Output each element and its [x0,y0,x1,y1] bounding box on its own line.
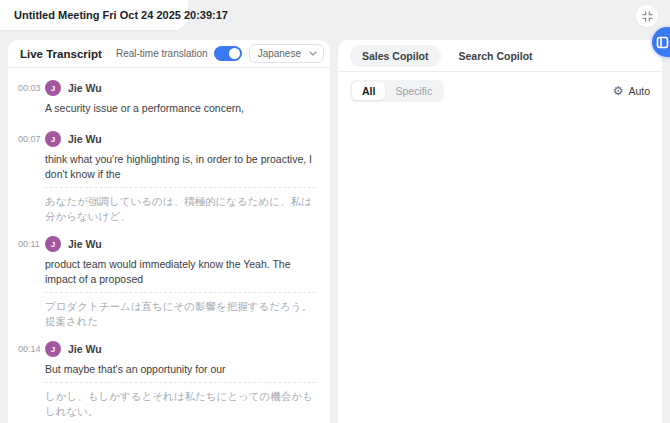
entry-text: A security issue or a performance concer… [45,101,316,116]
speaker-name: Jie Wu [68,343,102,355]
copilot-tabs: Sales Copilot Search Copilot [338,40,662,72]
transcript-entry: 00:07 J Jie Wu think what you're highlig… [18,131,316,226]
filter-all[interactable]: All [352,82,385,100]
chevron-down-icon [309,51,317,56]
scope-filter-group: All Specific [350,80,444,102]
meeting-title-tab: Untitled Meeting Fri Oct 24 2025 20:39:1… [0,0,188,30]
entry-translation: プロダクトチームは直ちにその影響を把握するだろう。提案された [45,292,316,329]
speaker-name: Jie Wu [68,82,102,94]
entry-translation: あなたが強調しているのは、積極的になるために、私は分からないけど、 [45,187,316,224]
language-selector[interactable]: Japanese [249,44,324,63]
collapse-window-button[interactable] [636,5,658,27]
entry-speaker-row: J Jie Wu [45,236,316,252]
toggle-knob [229,48,240,59]
auto-label: Auto [628,85,650,97]
live-transcript-panel: Live Transcript Real-time translation Ja… [8,40,330,423]
language-selected-value: Japanese [258,48,301,59]
transcript-header: Live Transcript Real-time translation Ja… [8,40,330,68]
gear-icon: ⚙ [613,85,624,97]
transcript-list[interactable]: 00:03 J Jie Wu A security issue or a per… [8,68,330,423]
entry-body: J Jie Wu But maybe that's an opportunity… [45,341,316,421]
auto-settings-button[interactable]: ⚙ Auto [613,85,650,97]
speaker-avatar: J [45,131,61,147]
entry-speaker-row: J Jie Wu [45,80,316,96]
entry-speaker-row: J Jie Wu [45,341,316,357]
entry-timestamp: 00:03 [18,80,45,121]
transcript-entry: 00:14 J Jie Wu But maybe that's an oppor… [18,341,316,421]
expand-icon [642,11,653,22]
entry-timestamp: 00:07 [18,131,45,226]
speaker-avatar: J [45,236,61,252]
tab-sales-copilot[interactable]: Sales Copilot [350,45,441,67]
entry-body: J Jie Wu product team would immediately … [45,236,316,331]
meeting-title: Untitled Meeting Fri Oct 24 2025 20:39:1… [14,9,228,21]
copilot-panel-icon [656,36,669,49]
copilot-filter-row: All Specific ⚙ Auto [338,72,662,110]
speaker-name: Jie Wu [68,133,102,145]
entry-body: J Jie Wu think what you're highlighting … [45,131,316,226]
copilot-panel: Sales Copilot Search Copilot All Specifi… [338,40,662,423]
entry-translation: しかし、もしかするとそれは私たちにとっての機会かもしれない。 [45,382,316,419]
filter-specific[interactable]: Specific [385,82,442,100]
transcript-entry: 00:03 J Jie Wu A security issue or a per… [18,80,316,121]
translation-toggle-label: Real-time translation [116,48,208,59]
transcript-entry: 00:11 J Jie Wu product team would immedi… [18,236,316,331]
entry-speaker-row: J Jie Wu [45,131,316,147]
entry-timestamp: 00:14 [18,341,45,421]
speaker-name: Jie Wu [68,238,102,250]
entry-text: product team would immediately know the … [45,257,316,287]
translation-toggle[interactable] [214,46,242,61]
entry-text: think what you're highlighting is, in or… [45,152,316,182]
speaker-avatar: J [45,80,61,96]
speaker-avatar: J [45,341,61,357]
entry-timestamp: 00:11 [18,236,45,331]
transcript-panel-title: Live Transcript [20,48,116,60]
entry-text: But maybe that's an opportunity for our [45,362,316,377]
entry-body: J Jie Wu A security issue or a performan… [45,80,316,121]
tab-search-copilot[interactable]: Search Copilot [459,50,533,62]
